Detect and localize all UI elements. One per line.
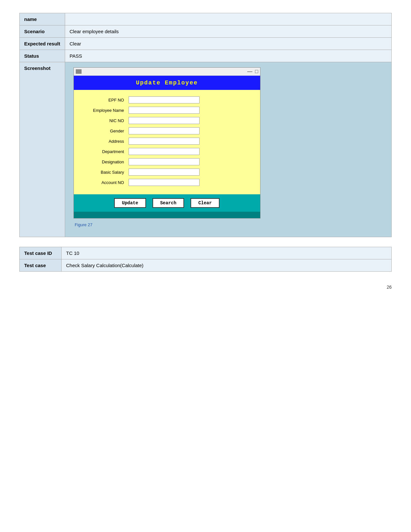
figure-caption: Figure 27 <box>70 222 93 227</box>
page-wrapper: name Scenario Clear employee details Exp… <box>19 13 392 290</box>
form-row-employee-name: Employee Name <box>83 107 250 114</box>
input-department[interactable] <box>129 148 200 155</box>
table-row-expected: Expected result Clear <box>20 38 392 50</box>
bottom-row-test-case-id: Test case ID TC 10 <box>20 247 392 259</box>
clear-button[interactable]: Clear <box>191 198 220 208</box>
app-footer: Update Search Clear <box>74 194 260 212</box>
form-row-epf: EPF NO <box>83 96 250 103</box>
input-employee-name[interactable] <box>129 107 200 114</box>
app-body: EPF NO Employee Name NIC NO <box>74 90 260 194</box>
table-row-screenshot: Screenshot — □ <box>20 62 392 237</box>
titlebar-left <box>76 69 82 74</box>
form-row-designation: Designation <box>83 158 250 165</box>
form-row-nic: NIC NO <box>83 117 250 124</box>
input-nic-no[interactable] <box>129 117 200 124</box>
label-epf-no: EPF NO <box>83 98 129 102</box>
form-row-address: Address <box>83 138 250 145</box>
label-department: Department <box>83 149 129 154</box>
bottom-table: Test case ID TC 10 Test case Check Salar… <box>19 247 392 272</box>
input-basic-salary[interactable] <box>129 169 200 176</box>
form-row-basic-salary: Basic Salary <box>83 169 250 176</box>
label-address: Address <box>83 139 129 144</box>
input-gender[interactable] <box>129 127 200 134</box>
label-account-no: Account NO <box>83 180 129 185</box>
input-designation[interactable] <box>129 158 200 165</box>
value-status: PASS <box>65 50 391 62</box>
value-expected: Clear <box>65 38 391 50</box>
label-status: Status <box>20 50 65 62</box>
label-designation: Designation <box>83 160 129 164</box>
app-header: Update Employee <box>74 76 260 90</box>
update-button[interactable]: Update <box>114 198 146 208</box>
value-test-case-id: TC 10 <box>62 247 392 259</box>
value-scenario: Clear employee details <box>65 25 391 38</box>
label-screenshot: Screenshot <box>20 62 65 237</box>
label-expected: Expected result <box>20 38 65 50</box>
main-table: name Scenario Clear employee details Exp… <box>19 13 392 237</box>
form-row-department: Department <box>83 148 250 155</box>
form-row-account-no: Account NO <box>83 179 250 186</box>
label-test-case: Test case <box>20 259 62 272</box>
screenshot-content: — □ Update Employee EPF NO <box>65 62 391 237</box>
bottom-row-test-case: Test case Check Salary Calculation(Calcu… <box>20 259 392 272</box>
table-row-name: name <box>20 13 392 25</box>
label-gender: Gender <box>83 129 129 133</box>
value-name <box>65 13 391 25</box>
label-employee-name: Employee Name <box>83 108 129 113</box>
search-button[interactable]: Search <box>152 198 184 208</box>
input-address[interactable] <box>129 138 200 145</box>
maximize-button[interactable]: □ <box>255 69 258 74</box>
titlebar-controls: — □ <box>247 69 258 74</box>
app-window: — □ Update Employee EPF NO <box>73 67 260 218</box>
screenshot-cell: — □ Update Employee EPF NO <box>65 62 391 237</box>
minimize-button[interactable]: — <box>247 69 252 74</box>
label-basic-salary: Basic Salary <box>83 170 129 175</box>
table-row-status: Status PASS <box>20 50 392 62</box>
label-name: name <box>20 13 65 25</box>
value-test-case: Check Salary Calculation(Calculate) <box>62 259 392 272</box>
label-nic-no: NIC NO <box>83 118 129 123</box>
form-row-gender: Gender <box>83 127 250 134</box>
app-titlebar: — □ <box>74 68 260 76</box>
input-account-no[interactable] <box>129 179 200 186</box>
label-test-case-id: Test case ID <box>20 247 62 259</box>
app-icon <box>76 69 82 74</box>
label-scenario: Scenario <box>20 25 65 38</box>
table-row-scenario: Scenario Clear employee details <box>20 25 392 38</box>
app-bottom-bar <box>74 212 260 218</box>
input-epf-no[interactable] <box>129 96 200 103</box>
page-number: 26 <box>19 285 392 290</box>
